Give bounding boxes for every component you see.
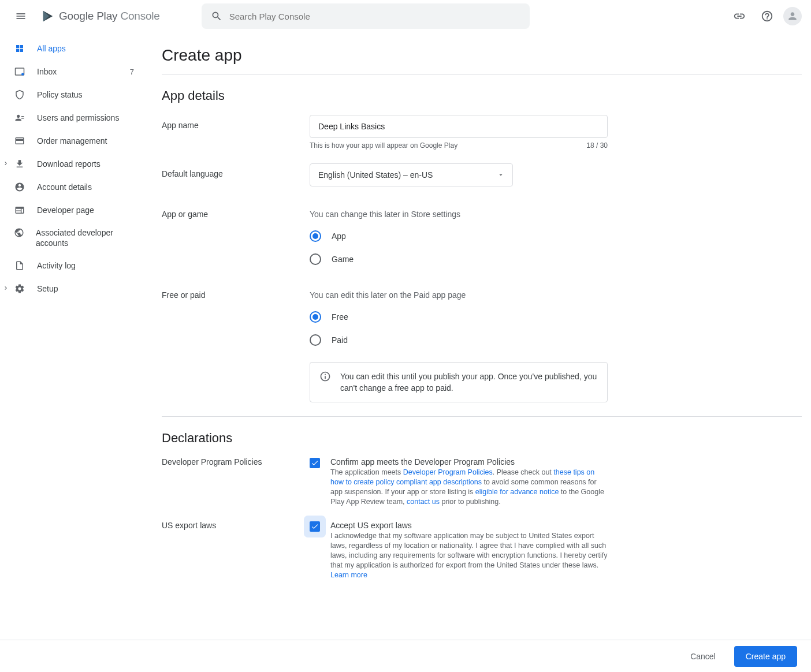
sidebar-item-activity-log[interactable]: Activity log bbox=[0, 254, 148, 277]
person-icon bbox=[787, 10, 798, 22]
default-language-label: Default language bbox=[162, 163, 310, 186]
sidebar-item-inbox[interactable]: Inbox 7 bbox=[0, 60, 148, 83]
footer: Cancel Create app bbox=[0, 640, 811, 672]
default-language-select[interactable]: English (United States) – en-US bbox=[310, 163, 513, 186]
account-avatar[interactable] bbox=[783, 7, 802, 25]
logo-text: Google Play Console bbox=[59, 10, 160, 23]
export-title: Accept US export laws bbox=[330, 521, 608, 530]
export-label: US export laws bbox=[162, 521, 310, 580]
apps-icon bbox=[14, 43, 25, 54]
card-icon bbox=[14, 136, 25, 146]
search-input[interactable] bbox=[229, 12, 520, 21]
app-name-label: App name bbox=[162, 115, 310, 150]
app-or-game-hint: You can change this later in Store setti… bbox=[310, 210, 608, 219]
help-button[interactable] bbox=[756, 5, 779, 28]
divider bbox=[162, 74, 802, 74]
app-name-helper: This is how your app will appear on Goog… bbox=[310, 141, 457, 150]
export-body: I acknowledge that my software applicati… bbox=[330, 531, 608, 580]
checkbox-dpp[interactable] bbox=[310, 458, 320, 468]
page-title: Create app bbox=[162, 46, 802, 65]
svg-point-0 bbox=[21, 73, 24, 76]
account-icon bbox=[14, 182, 25, 192]
cancel-button[interactable]: Cancel bbox=[679, 646, 727, 667]
app-name-counter: 18 / 30 bbox=[586, 141, 608, 150]
radio-paid[interactable] bbox=[310, 334, 321, 346]
section-app-details: App details bbox=[162, 88, 802, 103]
divider bbox=[162, 416, 802, 417]
free-or-paid-label: Free or paid bbox=[162, 290, 310, 402]
search-box[interactable] bbox=[202, 3, 530, 29]
users-icon bbox=[14, 113, 25, 123]
hamburger-menu-button[interactable] bbox=[9, 5, 32, 28]
sidebar-item-all-apps[interactable]: All apps bbox=[0, 37, 148, 60]
info-note: You can edit this until you publish your… bbox=[310, 362, 608, 402]
dpp-label: Developer Program Policies bbox=[162, 457, 310, 507]
sidebar-item-developer-page[interactable]: Developer page bbox=[0, 199, 148, 222]
download-icon bbox=[14, 159, 25, 169]
checkmark-icon bbox=[311, 459, 319, 467]
radio-app[interactable] bbox=[310, 230, 321, 242]
group-icon bbox=[14, 227, 24, 238]
sidebar-item-download-reports[interactable]: Download reports bbox=[0, 152, 148, 176]
link-button[interactable] bbox=[728, 5, 751, 28]
sidebar-item-order-mgmt[interactable]: Order management bbox=[0, 129, 148, 152]
app-or-game-label: App or game bbox=[162, 210, 310, 277]
main-content: Create app App details App name This is … bbox=[148, 32, 811, 640]
gear-icon bbox=[14, 283, 25, 294]
sidebar: All apps Inbox 7 Policy status Users and… bbox=[0, 32, 148, 640]
chevron-right-icon bbox=[2, 284, 9, 293]
dpp-body: The application meets Developer Program … bbox=[330, 468, 608, 507]
inbox-icon bbox=[14, 66, 25, 77]
help-icon bbox=[761, 10, 773, 23]
sidebar-item-setup[interactable]: Setup bbox=[0, 277, 148, 300]
sidebar-item-policy-status[interactable]: Policy status bbox=[0, 83, 148, 106]
radio-free[interactable] bbox=[310, 311, 321, 323]
chevron-right-icon bbox=[2, 159, 9, 169]
document-icon bbox=[14, 260, 25, 271]
sidebar-item-associated[interactable]: Associated developer accounts bbox=[0, 222, 148, 254]
header: Google Play Console bbox=[0, 0, 811, 32]
menu-icon bbox=[15, 10, 27, 22]
link-dpp[interactable]: Developer Program Policies bbox=[403, 468, 493, 476]
section-declarations: Declarations bbox=[162, 431, 802, 446]
search-icon bbox=[211, 10, 222, 22]
sidebar-item-users[interactable]: Users and permissions bbox=[0, 106, 148, 129]
web-icon bbox=[14, 205, 25, 215]
play-logo-icon bbox=[42, 9, 54, 23]
free-or-paid-hint: You can edit this later on the Paid app … bbox=[310, 290, 608, 300]
app-name-input[interactable] bbox=[310, 115, 608, 138]
shield-icon bbox=[14, 89, 25, 100]
info-icon bbox=[319, 371, 331, 382]
create-app-button[interactable]: Create app bbox=[734, 646, 797, 667]
sidebar-item-account-details[interactable]: Account details bbox=[0, 176, 148, 199]
link-contact-us[interactable]: contact us bbox=[407, 498, 440, 506]
dpp-title: Confirm app meets the Developer Program … bbox=[330, 457, 608, 466]
link-icon bbox=[733, 10, 746, 23]
link-advance-notice[interactable]: eligible for advance notice bbox=[475, 488, 559, 496]
logo[interactable]: Google Play Console bbox=[39, 9, 195, 23]
link-learn-more[interactable]: Learn more bbox=[330, 571, 367, 579]
checkmark-icon bbox=[311, 522, 319, 531]
dropdown-icon bbox=[497, 171, 504, 178]
inbox-count-badge: 7 bbox=[130, 68, 134, 76]
checkbox-export[interactable] bbox=[310, 521, 320, 532]
radio-game[interactable] bbox=[310, 253, 321, 265]
